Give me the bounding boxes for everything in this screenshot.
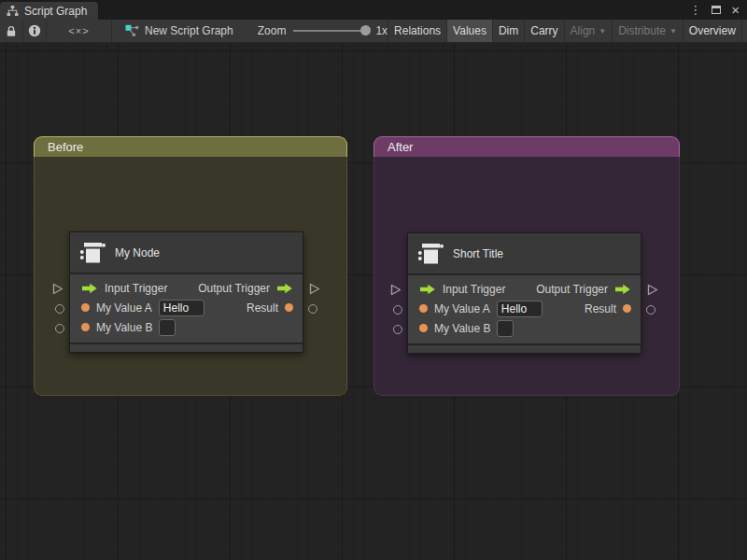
chevron-down-icon: ▼ xyxy=(669,27,677,35)
value-a-field[interactable] xyxy=(497,301,543,317)
group-title: After xyxy=(388,140,413,154)
node-row: My Value A Result xyxy=(70,298,303,317)
node-short-title[interactable]: Short Title Input Trigger Output Trigger xyxy=(407,232,641,354)
value-b-field[interactable] xyxy=(497,320,514,337)
outer-control-input-port[interactable] xyxy=(390,284,402,296)
outer-data-input-port[interactable] xyxy=(55,324,64,333)
graph-icon xyxy=(125,24,139,37)
node-header[interactable]: Short Title xyxy=(408,233,641,275)
values-button[interactable]: Values xyxy=(446,20,492,42)
node-footer xyxy=(408,343,641,353)
data-output-port[interactable] xyxy=(285,303,293,312)
tab-strip: Script Graph ⋮ × xyxy=(0,0,747,20)
node-row: My Value B xyxy=(70,317,303,337)
toolbar-buttons: Relations Values Dim Carry Align ▼ Distr… xyxy=(388,20,747,42)
control-output-port[interactable] xyxy=(276,283,293,294)
zoom-slider[interactable] xyxy=(293,30,368,32)
chevron-down-icon: ▼ xyxy=(599,27,606,35)
zoom-label: Zoom xyxy=(258,24,287,37)
tab-title: Script Graph xyxy=(24,5,87,18)
distribute-dropdown[interactable]: Distribute ▼ xyxy=(612,20,683,42)
align-dropdown[interactable]: Align ▼ xyxy=(564,20,613,42)
zoom-control: Zoom 1x xyxy=(258,20,388,42)
data-input-port[interactable] xyxy=(81,323,90,331)
zoom-value: 1x xyxy=(375,24,388,37)
lock-icon xyxy=(6,25,17,37)
unit-icon xyxy=(416,241,444,267)
outer-control-output-port[interactable] xyxy=(647,284,658,296)
data-input-port[interactable] xyxy=(419,324,428,332)
hierarchy-icon xyxy=(7,6,19,17)
node-my-node[interactable]: My Node Input Trigger Output Trigger xyxy=(69,231,303,353)
outer-data-output-port[interactable] xyxy=(646,305,655,315)
outer-control-output-port[interactable] xyxy=(309,283,320,295)
graph-name: New Script Graph xyxy=(145,24,233,37)
carry-button[interactable]: Carry xyxy=(524,20,563,42)
node-row: My Value B xyxy=(408,318,641,338)
node-row: Input Trigger Output Trigger xyxy=(70,278,303,298)
node[interactable]: Short Title Input Trigger Output Trigger xyxy=(407,232,641,354)
graph-breadcrumb[interactable]: New Script Graph xyxy=(118,20,241,42)
fullscreen-button[interactable]: Full Screen xyxy=(741,20,747,42)
tab-script-graph[interactable]: Script Graph xyxy=(0,2,98,20)
window-controls: ⋮ × xyxy=(689,3,747,20)
outer-data-output-port[interactable] xyxy=(308,304,317,314)
close-icon[interactable]: × xyxy=(731,3,740,17)
node-title: My Node xyxy=(115,246,160,259)
kebab-menu-icon[interactable]: ⋮ xyxy=(689,4,701,16)
info-icon xyxy=(28,24,41,37)
zoom-slider-handle[interactable] xyxy=(360,25,371,35)
node-row: Input Trigger Output Trigger xyxy=(408,279,641,299)
code-preview-button[interactable]: <×> xyxy=(47,20,112,42)
node[interactable]: My Node Input Trigger Output Trigger xyxy=(69,231,303,353)
value-a-field[interactable] xyxy=(159,300,204,316)
data-input-port[interactable] xyxy=(419,304,428,313)
inspect-button[interactable] xyxy=(23,20,47,42)
data-input-port[interactable] xyxy=(81,303,90,312)
data-output-port[interactable] xyxy=(623,304,631,313)
group-header[interactable]: After xyxy=(374,136,680,157)
unit-icon xyxy=(78,240,106,266)
group-header[interactable]: Before xyxy=(34,136,347,157)
node-row: My Value A Result xyxy=(408,299,641,318)
node-title: Short Title xyxy=(453,247,503,260)
control-output-port[interactable] xyxy=(614,284,631,295)
node-footer xyxy=(70,343,303,352)
control-input-port[interactable] xyxy=(419,284,436,295)
node-body: Input Trigger Output Trigger My Valu xyxy=(70,274,303,343)
graph-toolbar: <×> New Script Graph Zoom 1x Relations V… xyxy=(0,20,747,43)
control-input-port[interactable] xyxy=(81,283,98,294)
relations-button[interactable]: Relations xyxy=(388,20,446,42)
group-title: Before xyxy=(48,140,83,154)
script-graph-window: Script Graph ⋮ × <×> xyxy=(0,0,747,560)
code-icon: <×> xyxy=(68,25,89,36)
maximize-icon[interactable] xyxy=(712,6,721,14)
outer-control-input-port[interactable] xyxy=(52,283,63,295)
graph-canvas[interactable]: Before After xyxy=(0,43,747,560)
outer-data-input-port[interactable] xyxy=(393,305,402,315)
outer-data-input-port[interactable] xyxy=(393,325,402,334)
lock-button[interactable] xyxy=(0,20,23,42)
dim-button[interactable]: Dim xyxy=(492,20,524,42)
outer-data-input-port[interactable] xyxy=(55,304,64,314)
node-header[interactable]: My Node xyxy=(70,232,303,274)
value-b-field[interactable] xyxy=(159,319,176,336)
node-body: Input Trigger Output Trigger My Valu xyxy=(408,275,641,343)
overview-button[interactable]: Overview xyxy=(683,20,741,42)
